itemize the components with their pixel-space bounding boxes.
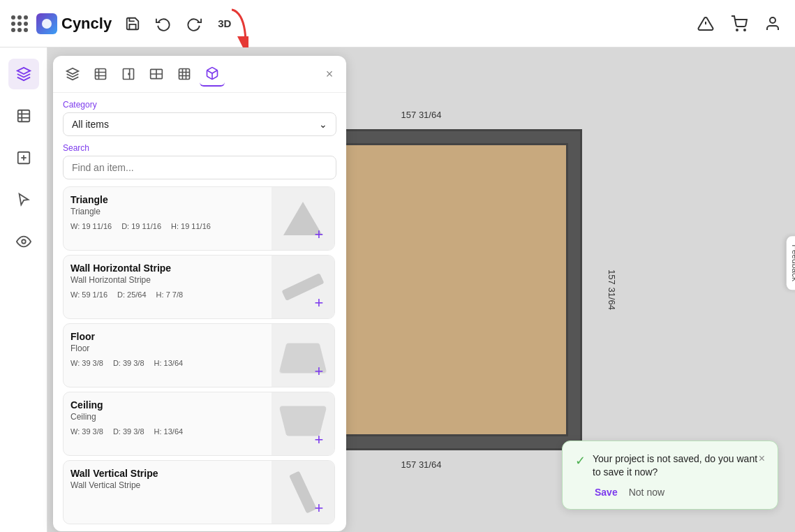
toast-close-button[interactable]: ×: [759, 452, 765, 465]
item-preview: +: [272, 324, 334, 387]
svg-point-14: [22, 239, 26, 244]
list-item: Ceiling Ceiling W: 39 3/8 D: 39 3/8 H: 1…: [63, 392, 335, 456]
search-label: Search: [63, 143, 336, 153]
item-preview: +: [272, 392, 334, 455]
item-dims: W: 39 3/8 D: 39 3/8 H: 13/64: [70, 427, 265, 436]
item-info: Floor Floor W: 39 3/8 D: 39 3/8 H: 13/64: [64, 324, 272, 387]
room-dim-right: 157 31/64: [607, 269, 617, 310]
user-icon[interactable]: [761, 13, 784, 35]
svg-rect-25: [179, 69, 190, 80]
chevron-down-icon: ⌄: [319, 119, 327, 130]
arrow-indicator: [215, 8, 248, 50]
item-name: Ceiling: [70, 399, 265, 411]
toast-actions: Save Not now: [575, 487, 765, 498]
svg-point-4: [744, 29, 745, 31]
check-icon: ✓: [575, 453, 586, 468]
panel-body: Category All items ⌄ Search Triangle Tri…: [53, 93, 346, 531]
items-panel: × Category All items ⌄ Search Triangle T…: [53, 56, 346, 531]
svg-marker-6: [17, 68, 29, 74]
category-label: Category: [63, 100, 336, 110]
save-button[interactable]: [120, 11, 145, 36]
panel-tabs: ×: [53, 56, 346, 93]
list-item: Wall Vertical Stripe Wall Vertical Strip…: [63, 460, 335, 524]
left-sidebar: [0, 47, 47, 532]
item-subtitle: Floor: [70, 343, 265, 353]
item-dims: W: 59 1/16 D: 25/64 H: 7 7/8: [70, 290, 265, 299]
add-item-button[interactable]: +: [309, 225, 329, 244]
item-name: Wall Vertical Stripe: [70, 468, 265, 479]
list-item: Floor Floor W: 39 3/8 D: 39 3/8 H: 13/64…: [63, 323, 335, 387]
svg-point-21: [128, 73, 130, 75]
add-item-button[interactable]: +: [309, 430, 329, 450]
sidebar-item-cursor[interactable]: [8, 184, 39, 215]
logo-icon: [36, 13, 57, 34]
tab-cube[interactable]: [200, 61, 225, 87]
grid-menu-button[interactable]: [11, 15, 28, 32]
search-input[interactable]: [63, 156, 336, 179]
item-preview: +: [272, 256, 334, 318]
toast-message: ✓ Your project is not saved, do you want…: [575, 452, 759, 480]
tab-layers[interactable]: [60, 61, 85, 87]
sidebar-item-table[interactable]: [8, 101, 39, 131]
item-dims: W: 39 3/8 D: 39 3/8 H: 13/64: [70, 359, 265, 367]
list-item: Wall Horizontal Stripe Wall Horizontal S…: [63, 255, 335, 319]
toast-text: Your project is not saved, do you want t…: [593, 452, 759, 480]
redo-button[interactable]: [181, 11, 207, 36]
panel-close-button[interactable]: ×: [320, 64, 339, 84]
svg-point-5: [770, 17, 775, 23]
svg-rect-16: [96, 69, 106, 80]
room-dim-bottom: 157 31/64: [401, 459, 442, 470]
items-list: Triangle Triangle W: 19 11/16 D: 19 11/1…: [63, 186, 336, 524]
save-toast: ✓ Your project is not saved, do you want…: [562, 441, 778, 510]
item-info: Ceiling Ceiling W: 39 3/8 D: 39 3/8 H: 1…: [64, 392, 272, 455]
item-name: Triangle: [70, 194, 265, 205]
sidebar-item-layers[interactable]: [8, 59, 39, 89]
list-item: Triangle Triangle W: 19 11/16 D: 19 11/1…: [63, 186, 335, 251]
item-subtitle: Wall Horizontal Stripe: [70, 275, 265, 285]
item-preview: +: [272, 187, 334, 250]
topbar: Cyncly 3D: [0, 0, 795, 47]
tab-grid[interactable]: [88, 61, 113, 87]
item-name: Wall Horizontal Stripe: [70, 263, 265, 274]
item-preview: +: [272, 461, 334, 524]
svg-point-0: [42, 19, 52, 29]
item-info: Wall Horizontal Stripe Wall Horizontal S…: [64, 256, 272, 318]
logo: Cyncly: [36, 13, 112, 34]
topbar-left: Cyncly 3D: [11, 11, 694, 36]
warning-icon[interactable]: [694, 13, 717, 35]
category-value: All items: [72, 119, 109, 130]
toast-save-button[interactable]: Save: [595, 487, 618, 498]
svg-marker-15: [67, 68, 79, 74]
add-item-button[interactable]: +: [309, 362, 329, 381]
item-name: Floor: [70, 331, 265, 342]
tab-objects[interactable]: [172, 61, 197, 87]
undo-button[interactable]: [151, 11, 176, 36]
add-item-button[interactable]: +: [309, 293, 329, 313]
item-subtitle: Wall Vertical Stripe: [70, 480, 265, 490]
cart-icon[interactable]: [728, 13, 750, 35]
item-info: Triangle Triangle W: 19 11/16 D: 19 11/1…: [64, 187, 272, 250]
item-dims: W: 19 11/16 D: 19 11/16 H: 19 11/16: [70, 222, 265, 230]
feedback-tab[interactable]: Feedback: [787, 236, 795, 290]
room-dim-top: 157 31/64: [401, 110, 442, 120]
toast-notnow-button[interactable]: Not now: [629, 487, 664, 498]
sidebar-item-add[interactable]: [8, 142, 39, 173]
svg-rect-7: [17, 110, 29, 122]
item-subtitle: Ceiling: [70, 412, 265, 422]
sidebar-item-eye[interactable]: [8, 226, 39, 257]
app-name: Cyncly: [61, 15, 112, 33]
category-dropdown[interactable]: All items ⌄: [63, 112, 336, 136]
topbar-right: [694, 13, 784, 35]
item-subtitle: Triangle: [70, 207, 265, 216]
item-info: Wall Vertical Stripe Wall Vertical Strip…: [64, 461, 272, 524]
tab-door[interactable]: [116, 61, 141, 87]
svg-point-3: [736, 29, 738, 31]
add-item-button[interactable]: +: [309, 498, 329, 518]
tab-window[interactable]: [144, 61, 169, 87]
toast-header: ✓ Your project is not saved, do you want…: [575, 452, 765, 480]
